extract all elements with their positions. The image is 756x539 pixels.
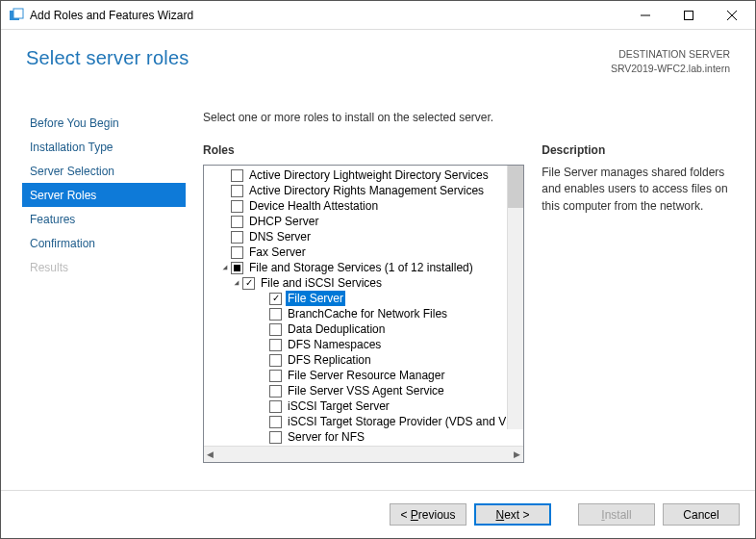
tree-node[interactable]: ◢File and Storage Services (1 of 12 inst… [208,260,523,275]
tree-node[interactable]: Active Directory Rights Management Servi… [208,183,523,198]
tree-node[interactable]: Fax Server [208,244,523,260]
instruction-text: Select one or more roles to install on t… [203,111,732,124]
tree-node-label[interactable]: DNS Server [247,229,313,244]
maximize-button[interactable] [667,1,710,29]
description-text: File Server manages shared folders and e… [542,165,732,215]
wizard-step-installation-type[interactable]: Installation Type [22,135,186,159]
tree-node-label[interactable]: File Server Resource Manager [286,368,446,383]
tree-node-label[interactable]: Work Folders [286,445,358,446]
tree-node-label[interactable]: iSCSI Target Storage Provider (VDS and V… [286,414,523,429]
collapse-icon[interactable]: ◢ [219,260,231,275]
tree-node[interactable]: Work Folders [208,445,523,446]
next-button[interactable]: Next > [474,503,551,526]
tree-node[interactable]: ◢File and iSCSI Services [208,275,523,291]
close-button[interactable] [710,1,753,29]
window-title: Add Roles and Features Wizard [30,9,623,22]
minimize-button[interactable] [623,1,667,29]
footer: < Previous Next > Install Cancel [1,490,755,538]
header: Select server roles DESTINATION SERVER S… [1,30,755,105]
tree-node[interactable]: BranchCache for Network Files [208,306,523,321]
tree-node-label[interactable]: Server for NFS [286,429,366,445]
tree-node-label[interactable]: iSCSI Target Server [286,398,391,414]
svg-rect-1 [13,9,23,18]
collapse-icon[interactable]: ◢ [231,275,242,291]
tree-node-label[interactable]: File and iSCSI Services [259,275,384,291]
roles-treeview[interactable]: Active Directory Lightweight Directory S… [203,165,524,463]
wizard-step-results: Results [22,255,186,279]
wizard-step-features[interactable]: Features [22,207,186,231]
checkbox[interactable] [231,246,243,259]
cancel-button[interactable]: Cancel [663,503,740,526]
vertical-scrollbar[interactable] [507,166,523,429]
tree-node[interactable]: File Server [208,291,523,306]
tree-node-label[interactable]: DHCP Server [247,214,320,229]
page-title: Select server roles [26,47,189,69]
scroll-right-icon[interactable]: ▶ [514,449,520,459]
roles-heading: Roles [203,143,524,157]
destination-info: DESTINATION SERVER SRV2019-WFC2.lab.inte… [611,47,730,75]
tree-node-label[interactable]: DFS Namespaces [286,337,383,352]
wizard-steps: Before You BeginInstallation TypeServer … [1,105,186,490]
tree-node[interactable]: File Server Resource Manager [208,368,523,383]
checkbox[interactable] [269,370,282,382]
checkbox[interactable] [269,323,282,336]
tree-node-label[interactable]: Active Directory Lightweight Directory S… [247,167,491,183]
checkbox[interactable] [269,339,282,351]
tree-node-label[interactable]: Fax Server [247,244,308,260]
install-button: Install [578,503,655,526]
tree-node[interactable]: Data Deduplication [208,321,523,337]
checkbox[interactable] [231,185,243,197]
checkbox[interactable] [242,277,255,290]
wizard-step-server-selection[interactable]: Server Selection [22,159,186,183]
tree-node[interactable]: DFS Namespaces [208,337,523,352]
tree-node-label[interactable]: Device Health Attestation [247,198,380,214]
main: Before You BeginInstallation TypeServer … [1,105,755,490]
tree-node[interactable]: Device Health Attestation [208,198,523,214]
wizard-step-before-you-begin[interactable]: Before You Begin [22,111,186,135]
checkbox[interactable] [269,400,282,413]
previous-button[interactable]: < Previous [390,503,466,526]
horizontal-scrollbar[interactable]: ◀ ▶ [204,446,523,462]
checkbox[interactable] [269,431,282,444]
tree-node[interactable]: File Server VSS Agent Service [208,383,523,398]
description-heading: Description [542,143,732,157]
title-bar: Add Roles and Features Wizard [1,1,755,30]
checkbox[interactable] [269,416,282,428]
checkbox[interactable] [269,293,282,305]
scroll-left-icon[interactable]: ◀ [207,449,214,459]
tree-node[interactable]: iSCSI Target Storage Provider (VDS and V… [208,414,523,429]
tree-node-label[interactable]: Data Deduplication [286,321,387,337]
checkbox[interactable] [269,308,282,321]
tree-node-label[interactable]: File Server [286,291,345,306]
tree-node-label[interactable]: File and Storage Services (1 of 12 insta… [247,260,475,275]
checkbox[interactable] [231,169,243,182]
checkbox[interactable] [231,231,243,244]
checkbox[interactable] [269,354,282,367]
tree-node-label[interactable]: Active Directory Rights Management Servi… [247,183,486,198]
tree-node[interactable]: DHCP Server [208,214,523,229]
tree-node[interactable]: DFS Replication [208,352,523,368]
tree-node[interactable]: iSCSI Target Server [208,398,523,414]
dest-label: DESTINATION SERVER [611,47,730,62]
svg-rect-3 [684,11,693,19]
wizard-step-confirmation[interactable]: Confirmation [22,231,186,255]
checkbox[interactable] [231,200,243,213]
tree-node[interactable]: Server for NFS [208,429,523,445]
tree-node[interactable]: Active Directory Lightweight Directory S… [208,167,523,183]
tree-node[interactable]: DNS Server [208,229,523,244]
checkbox[interactable] [269,385,282,398]
tree-node-label[interactable]: DFS Replication [286,352,373,368]
app-icon [9,8,24,23]
tree-node-label[interactable]: File Server VSS Agent Service [286,383,446,398]
dest-server: SRV2019-WFC2.lab.intern [611,62,730,76]
checkbox[interactable] [231,262,243,274]
checkbox[interactable] [231,216,243,228]
tree-node-label[interactable]: BranchCache for Network Files [286,306,449,321]
content: Select one or more roles to install on t… [186,105,755,490]
wizard-step-server-roles[interactable]: Server Roles [22,183,186,207]
